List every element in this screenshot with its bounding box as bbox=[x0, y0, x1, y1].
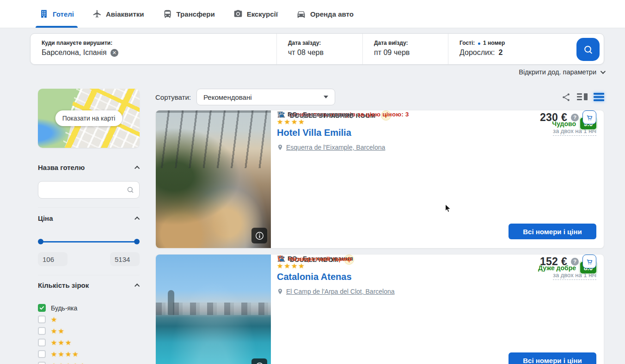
checkbox-checked-icon[interactable] bbox=[38, 304, 46, 312]
cart-icon bbox=[586, 258, 594, 266]
stars-filter-4[interactable]: ★★★★ bbox=[38, 350, 140, 358]
stars-any-label: Будь-яка bbox=[51, 304, 77, 312]
camera-icon bbox=[233, 9, 243, 18]
car-icon bbox=[296, 9, 306, 19]
destination-value: Барселона, Іспанія bbox=[42, 49, 107, 57]
list-view-icon[interactable] bbox=[594, 93, 604, 101]
location-pin-icon bbox=[277, 144, 283, 151]
hotel-card: ★★★★ Hotel Villa Emilia Esquerra de l'Ei… bbox=[155, 110, 604, 249]
destination-field[interactable]: Куди плануєте вирушити: Барселона, Іспан… bbox=[31, 34, 276, 64]
star-icons: ★ bbox=[51, 315, 58, 324]
filters-sidebar: Показати на карті Назва готелю Ціна Кіль… bbox=[38, 89, 140, 364]
price-section-title: Ціна bbox=[38, 214, 53, 222]
slider-track bbox=[40, 241, 138, 243]
results-area: Сортувати: Рекомендовані ★★★★ Hotel Vill… bbox=[155, 89, 604, 364]
chevron-up-icon bbox=[135, 216, 140, 221]
checkin-label: Дата заїзду: bbox=[288, 40, 362, 46]
tab-transfers-label: Трансфери bbox=[177, 10, 215, 18]
price-basis-note[interactable]: за двох на 1 ніч bbox=[553, 127, 596, 136]
divider bbox=[38, 275, 140, 275]
price-help-icon[interactable]: ? bbox=[571, 258, 579, 266]
clear-destination-icon[interactable]: ✕ bbox=[110, 49, 118, 57]
stars-filter-1[interactable]: ★ bbox=[38, 315, 140, 323]
tab-excursions-label: Екскурсії bbox=[247, 10, 278, 18]
price-max-input[interactable] bbox=[110, 252, 140, 266]
checkout-field[interactable]: Дата виїзду: пт 09 черв bbox=[362, 34, 448, 64]
slider-min-handle[interactable] bbox=[38, 239, 43, 244]
plane-icon bbox=[92, 9, 102, 18]
map-preview[interactable]: Показати на карті bbox=[38, 89, 140, 148]
stars-filter-any[interactable]: Будь-яка bbox=[38, 304, 140, 312]
price-value: 152 € bbox=[540, 255, 567, 268]
hotel-location-link[interactable]: El Camp de l'Arpa del Clot, Barcelona bbox=[277, 288, 395, 295]
stars-filter-3[interactable]: ★★★ bbox=[38, 339, 140, 346]
top-navigation: Готелі Авіаквитки Трансфери Екскурсії Ор… bbox=[0, 0, 625, 28]
star-icons: ★★ bbox=[51, 327, 65, 335]
tab-flights-label: Авіаквитки bbox=[106, 10, 144, 18]
hotel-name-search-input[interactable] bbox=[38, 181, 140, 199]
hotel-location-text: Esquerra de l'Eixample, Barcelona bbox=[286, 144, 385, 151]
pets-allowed-icon bbox=[277, 110, 287, 121]
more-params-toggle[interactable]: Відкрити дод. параметри bbox=[519, 68, 604, 76]
checkout-value: пт 09 черв bbox=[374, 49, 410, 57]
tab-transfers[interactable]: Трансфери bbox=[163, 0, 215, 28]
pets-allowed-icon bbox=[277, 255, 287, 265]
tab-flights[interactable]: Авіаквитки bbox=[92, 0, 144, 28]
hotel-name-section-header[interactable]: Назва готелю bbox=[38, 164, 140, 171]
dropdown-arrow-icon bbox=[324, 96, 328, 98]
checkbox-icon[interactable] bbox=[38, 315, 46, 323]
price-help-icon[interactable]: ? bbox=[571, 114, 579, 121]
checkbox-icon[interactable] bbox=[38, 350, 46, 358]
tab-hotels[interactable]: Готелі bbox=[39, 0, 74, 28]
stars-filter-5[interactable]: ★★★★★ bbox=[38, 362, 140, 364]
hotel-photo[interactable] bbox=[156, 255, 271, 364]
more-params-label: Відкрити дод. параметри bbox=[519, 68, 596, 76]
share-icon[interactable] bbox=[561, 92, 571, 102]
checkbox-icon[interactable] bbox=[38, 327, 46, 335]
hotel-name-section-title: Назва готелю bbox=[38, 164, 85, 171]
guests-dot-icon bbox=[478, 42, 480, 45]
sort-select[interactable]: Рекомендовані bbox=[196, 89, 335, 105]
grid-view-icon[interactable] bbox=[577, 93, 588, 101]
sort-label: Сортувати: bbox=[155, 93, 191, 101]
price-basis-note[interactable]: за двох на 1 ніч bbox=[553, 272, 596, 280]
hotel-location-link[interactable]: Esquerra de l'Eixample, Barcelona bbox=[277, 144, 385, 151]
tab-hotels-label: Готелі bbox=[53, 10, 74, 18]
tab-car-rental-label: Оренда авто bbox=[310, 10, 354, 18]
price-section-header[interactable]: Ціна bbox=[38, 214, 140, 222]
price-range-slider[interactable] bbox=[38, 239, 140, 244]
location-pin-icon bbox=[277, 288, 283, 295]
stars-filter-2[interactable]: ★★ bbox=[38, 327, 140, 335]
hotel-name-link[interactable]: Hotel Villa Emilia bbox=[277, 127, 351, 138]
stars-section-header[interactable]: Кількість зірок bbox=[38, 281, 140, 289]
photo-info-icon[interactable] bbox=[251, 358, 267, 364]
guests-adults-label: Дорослих: bbox=[460, 49, 495, 57]
show-on-map-button[interactable]: Показати на карті bbox=[55, 110, 123, 126]
checkbox-icon[interactable] bbox=[38, 362, 46, 364]
checkin-value: чт 08 черв bbox=[288, 49, 324, 57]
stars-section-title: Кількість зірок bbox=[38, 281, 89, 289]
guests-rooms: 1 номер bbox=[483, 40, 505, 46]
tab-car-rental[interactable]: Оренда авто bbox=[296, 0, 354, 28]
star-icons: ★★★★ bbox=[51, 350, 80, 358]
price-min-input[interactable] bbox=[38, 252, 67, 266]
guests-adults-value: 2 bbox=[498, 49, 502, 57]
slider-max-handle[interactable] bbox=[134, 239, 140, 244]
search-button[interactable] bbox=[576, 38, 600, 61]
all-rooms-prices-button[interactable]: Всі номери і ціни bbox=[509, 352, 596, 364]
destination-label: Куди плануєте вирушити: bbox=[42, 40, 276, 46]
photo-info-icon[interactable] bbox=[251, 228, 267, 243]
guests-label: Гості: bbox=[460, 40, 475, 46]
add-to-cart-button[interactable] bbox=[582, 110, 596, 124]
chevron-down-icon bbox=[600, 69, 606, 74]
hotel-photo[interactable] bbox=[156, 110, 271, 248]
search-panel: Куди плануєте вирушити: Барселона, Іспан… bbox=[30, 33, 604, 65]
add-to-cart-button[interactable] bbox=[582, 255, 596, 268]
checkbox-icon[interactable] bbox=[38, 339, 46, 346]
checkout-label: Дата виїзду: bbox=[374, 40, 448, 46]
checkin-field[interactable]: Дата заїзду: чт 08 черв bbox=[276, 34, 362, 64]
star-icons: ★★★★★ bbox=[51, 362, 86, 364]
hotel-name-link[interactable]: Catalonia Atenas bbox=[277, 272, 352, 282]
tab-excursions[interactable]: Екскурсії bbox=[233, 0, 278, 28]
all-rooms-prices-button[interactable]: Всі номери і ціни bbox=[509, 224, 596, 239]
